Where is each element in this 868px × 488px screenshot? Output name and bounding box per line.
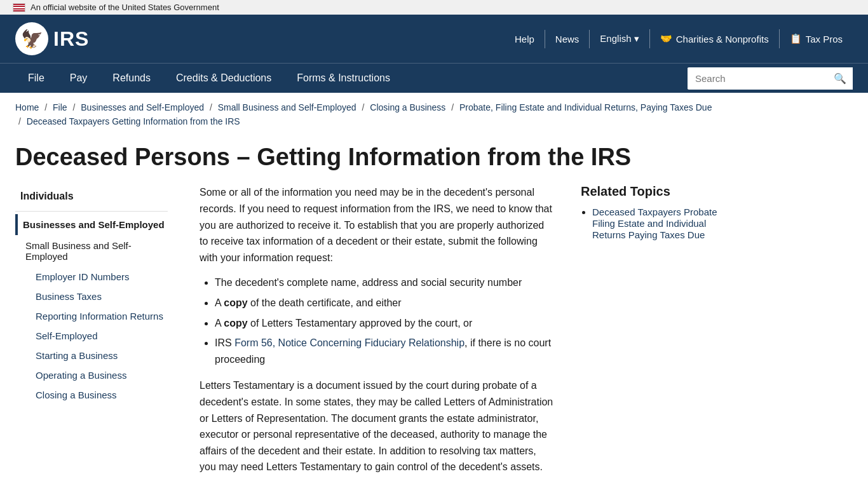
bullet3-suffix: of Letters Testamentary approved by the …: [250, 318, 472, 329]
taxpros-icon: 📋: [790, 33, 802, 44]
nav-links: File Pay Refunds Credits & Deductions Fo…: [15, 64, 403, 93]
gov-banner-text: An official website of the United States…: [31, 3, 219, 12]
language-selector[interactable]: English ▾: [590, 29, 649, 48]
main-layout: Individuals Businesses and Self-Employed…: [0, 184, 868, 488]
sidebar-active-businesses[interactable]: Businesses and Self-Employed: [15, 214, 168, 235]
gov-banner: An official website of the United States…: [0, 0, 868, 15]
sidebar-employer-id[interactable]: Employer ID Numbers: [15, 267, 168, 287]
us-flag-icon: [13, 3, 25, 12]
charities-link[interactable]: 🤝 Charities & Nonprofits: [650, 29, 780, 48]
intro-paragraph: Some or all of the information you need …: [200, 184, 555, 266]
sidebar-small-business[interactable]: Small Business and Self-Employed: [15, 235, 168, 267]
sidebar-closing[interactable]: Closing a Business: [15, 385, 168, 405]
sidebar-individuals[interactable]: Individuals: [15, 184, 168, 208]
nav-file[interactable]: File: [15, 64, 57, 93]
help-link[interactable]: Help: [505, 30, 545, 48]
irs-eagle-seal: 🦅: [15, 22, 48, 55]
irs-logo[interactable]: 🦅 IRS: [15, 22, 89, 55]
site-header: 🦅 IRS Help News English ▾ 🤝 Charities & …: [0, 15, 868, 63]
breadcrumb-closing[interactable]: Closing a Business: [370, 102, 445, 112]
irs-logo-text: IRS: [53, 27, 89, 51]
main-nav: File Pay Refunds Credits & Deductions Fo…: [0, 63, 868, 93]
breadcrumb-businesses[interactable]: Businesses and Self-Employed: [81, 102, 204, 112]
main-content: Some or all of the information you need …: [180, 184, 574, 488]
charities-icon: 🤝: [660, 33, 672, 44]
page-title: Deceased Persons – Getting Information f…: [15, 143, 853, 172]
breadcrumb: Home / File / Businesses and Self-Employ…: [0, 93, 868, 137]
chevron-down-icon: ▾: [634, 33, 639, 44]
breadcrumb-probate[interactable]: Probate, Filing Estate and Individual Re…: [459, 102, 712, 112]
copy-bold-1: copy: [224, 297, 247, 308]
breadcrumb-sep: /: [44, 102, 47, 112]
header-links: Help News English ▾ 🤝 Charities & Nonpro…: [505, 29, 853, 48]
bullet2-suffix: of the death certificate, and either: [250, 297, 401, 308]
taxpros-link[interactable]: 📋 Tax Pros: [780, 29, 853, 48]
breadcrumb-home[interactable]: Home: [15, 102, 39, 112]
nav-pay[interactable]: Pay: [57, 64, 100, 93]
sidebar-business-taxes[interactable]: Business Taxes: [15, 287, 168, 306]
search-button[interactable]: 🔍: [827, 67, 853, 90]
list-item-4: IRS Form 56, Notice Concerning Fiduciary…: [215, 335, 555, 367]
related-topic-1: Deceased Taxpayers Probate Filing Estate…: [592, 207, 727, 241]
nav-refunds[interactable]: Refunds: [100, 64, 163, 93]
list-item-3: A copy of Letters Testamentary approved …: [215, 315, 555, 332]
copy-bold-2: copy: [224, 318, 247, 329]
sidebar-reporting-info[interactable]: Reporting Information Returns: [15, 306, 168, 326]
list-item-2: A copy of the death certificate, and eit…: [215, 295, 555, 311]
related-topics-list: Deceased Taxpayers Probate Filing Estate…: [592, 207, 727, 241]
breadcrumb-file[interactable]: File: [53, 102, 67, 112]
form56-link[interactable]: Form 56, Notice Concerning Fiduciary Rel…: [234, 337, 465, 348]
requirements-list: The decedent's complete name, address an…: [215, 274, 555, 367]
list-item-1: The decedent's complete name, address an…: [215, 274, 555, 291]
sidebar-starting[interactable]: Starting a Business: [15, 346, 168, 365]
breadcrumb-small-business[interactable]: Small Business and Self-Employed: [218, 102, 356, 112]
news-link[interactable]: News: [545, 30, 590, 48]
form56-paragraph: Form 56, Notice Concerning Fiduciary Rel…: [200, 484, 555, 488]
related-topic-1-link[interactable]: Deceased Taxpayers Probate Filing Estate…: [592, 207, 717, 240]
sidebar-divider: [15, 211, 168, 212]
sidebar-operating[interactable]: Operating a Business: [15, 365, 168, 385]
sidebar: Individuals Businesses and Self-Employed…: [15, 184, 180, 488]
search-box: 🔍: [688, 67, 853, 90]
breadcrumb-current: Deceased Taxpayers Getting Information f…: [27, 116, 240, 126]
letters-testamentary-paragraph: Letters Testamentary is a document issue…: [200, 377, 555, 475]
right-panel: Related Topics Deceased Taxpayers Probat…: [574, 184, 727, 488]
nav-forms[interactable]: Forms & Instructions: [284, 64, 403, 93]
nav-credits[interactable]: Credits & Deductions: [163, 64, 284, 93]
search-input[interactable]: [688, 68, 827, 89]
sidebar-self-employed[interactable]: Self-Employed: [15, 326, 168, 346]
related-topics-heading: Related Topics: [581, 184, 727, 199]
page-title-section: Deceased Persons – Getting Information f…: [0, 137, 868, 185]
search-icon: 🔍: [834, 73, 846, 84]
